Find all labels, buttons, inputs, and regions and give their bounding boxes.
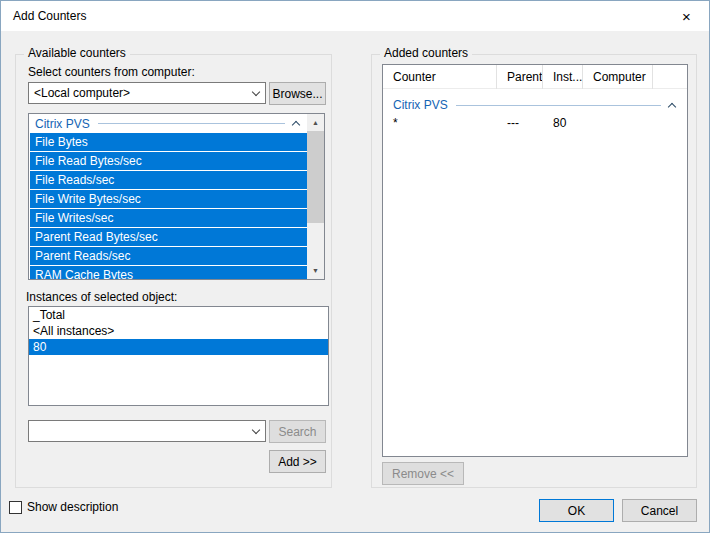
added-counters-table: CounterParentInst...Computer Citrix PVS … [382,64,688,457]
added-counters-group-label: Added counters [380,46,472,60]
group-header-line [456,105,661,106]
added-group-header-row[interactable]: Citrix PVS [383,96,687,114]
available-counters-group: Available counters Select counters from … [15,54,332,488]
scroll-down-button[interactable]: ▼ [307,262,324,279]
select-counters-label: Select counters from computer: [28,65,195,79]
counter-row[interactable]: File Reads/sec [30,171,307,189]
add-button[interactable]: Add >> [269,450,326,473]
checkbox[interactable] [9,501,22,514]
show-description-checkbox[interactable]: Show description [9,500,118,514]
counter-group-header-row[interactable]: Citrix PVS [29,114,307,133]
column-header[interactable]: Inst... [543,65,583,89]
instance-row[interactable]: <All instances> [29,323,328,339]
added-counter-row[interactable]: *---80 [383,114,687,132]
cell-computer [583,114,653,132]
search-button[interactable]: Search [269,420,326,443]
instances-listbox: _Total<All instances>80 [28,306,329,406]
counter-row[interactable]: File Bytes [30,133,307,151]
instance-row[interactable]: _Total [29,307,328,323]
close-button[interactable]: × [664,1,709,31]
column-header[interactable]: Computer [583,65,653,89]
column-header[interactable]: Counter [383,65,497,89]
instance-row[interactable]: 80 [29,339,328,355]
browse-button[interactable]: Browse... [269,82,326,105]
collapse-chevron-icon [668,102,676,110]
counters-list: Citrix PVS File BytesFile Read Bytes/sec… [28,113,325,280]
counter-row[interactable]: File Writes/sec [30,209,307,227]
collapse-chevron-icon [292,121,300,129]
added-table-body: *---80 [383,114,687,132]
added-group-label: Citrix PVS [393,98,448,112]
group-header-line [98,123,285,124]
remove-button[interactable]: Remove << [382,462,464,485]
cell-instance: 80 [543,114,583,132]
ok-button[interactable]: OK [539,499,614,522]
scrollbar-thumb[interactable] [307,131,324,223]
search-combobox[interactable] [28,420,266,442]
titlebar: Add Counters × [1,1,709,31]
added-counters-group: Added counters CounterParentInst...Compu… [371,54,697,488]
computer-combobox-value: <Local computer> [29,86,246,100]
close-icon: × [682,9,691,24]
show-description-label: Show description [27,500,118,514]
counter-list-body: File BytesFile Read Bytes/secFile Reads/… [29,133,324,280]
column-header[interactable]: Parent [497,65,543,89]
scroll-down-icon: ▼ [312,267,319,274]
counter-row[interactable]: Parent Read Bytes/sec [30,228,307,246]
add-counters-dialog: Add Counters × Available counters Select… [0,0,710,533]
computer-combobox[interactable]: <Local computer> [28,82,266,104]
cell-parent: --- [497,114,543,132]
chevron-down-icon[interactable] [246,421,265,441]
chevron-down-icon[interactable] [246,83,265,103]
scroll-up-icon: ▲ [312,119,319,126]
counter-row[interactable]: File Read Bytes/sec [30,152,307,170]
counter-group-label: Citrix PVS [35,117,90,131]
dialog-title: Add Counters [13,1,86,31]
counter-row[interactable]: File Write Bytes/sec [30,190,307,208]
added-table-header: CounterParentInst...Computer [383,65,687,89]
counter-row[interactable]: RAM Cache Bytes [30,266,307,280]
scroll-up-button[interactable]: ▲ [307,114,324,131]
counter-row[interactable]: Parent Reads/sec [30,247,307,265]
counter-list-scrollbar[interactable]: ▲ ▼ [307,114,324,279]
instances-label: Instances of selected object: [26,290,177,304]
cell-counter: * [383,114,497,132]
cancel-button[interactable]: Cancel [622,499,697,522]
available-counters-group-label: Available counters [24,46,130,60]
